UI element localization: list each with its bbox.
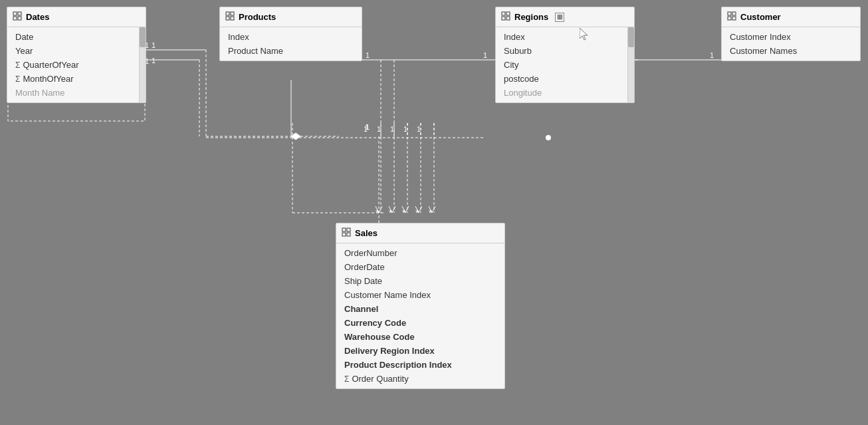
table-grid-icon xyxy=(342,227,351,239)
field-name: Index xyxy=(228,32,249,42)
svg-text:*: * xyxy=(402,208,406,218)
list-item[interactable]: OrderNumber xyxy=(336,246,504,260)
customer-header: Customer xyxy=(722,7,860,27)
svg-line-45 xyxy=(376,206,379,213)
svg-rect-76 xyxy=(347,233,350,236)
svg-text:1: 1 xyxy=(366,51,370,59)
field-name: Customer Name Index xyxy=(344,290,431,300)
field-name: postcode xyxy=(504,74,539,84)
svg-text:1: 1 xyxy=(365,123,369,131)
svg-text:1: 1 xyxy=(152,57,156,65)
field-name: Customer Names xyxy=(730,46,797,56)
svg-rect-68 xyxy=(506,17,510,20)
field-name: Channel xyxy=(344,304,378,314)
sales-table: Sales OrderNumber OrderDate Ship Date Cu… xyxy=(336,223,505,389)
field-name: QuarterOfYear xyxy=(23,60,78,70)
scrollbar-thumb xyxy=(140,27,146,47)
field-name: Index xyxy=(504,32,525,42)
svg-text:1: 1 xyxy=(417,125,421,133)
svg-rect-61 xyxy=(226,12,229,15)
svg-rect-70 xyxy=(732,12,736,15)
svg-text:1: 1 xyxy=(483,51,487,59)
scrollbar-thumb xyxy=(628,27,634,47)
regions-body: Index Suburb City postcode Longitude xyxy=(496,27,634,102)
list-item[interactable]: Currency Code xyxy=(336,316,504,330)
dates-title: Dates xyxy=(26,12,49,22)
field-name: Product Description Index xyxy=(344,360,452,370)
sigma-icon: Σ xyxy=(15,61,20,70)
customer-title: Customer xyxy=(740,12,781,22)
svg-line-52 xyxy=(419,206,422,213)
list-item[interactable]: Suburb xyxy=(496,44,634,58)
sales-title: Sales xyxy=(355,228,378,238)
field-name: Suburb xyxy=(504,46,532,56)
svg-line-50 xyxy=(405,206,409,213)
svg-line-49 xyxy=(402,206,405,213)
field-name: Date xyxy=(15,32,33,42)
products-header: Products xyxy=(220,7,362,27)
field-name: OrderNumber xyxy=(344,248,397,258)
list-item[interactable]: Index xyxy=(496,30,634,44)
field-name: Product Name xyxy=(228,46,283,56)
field-name: Customer Index xyxy=(730,32,791,42)
list-item[interactable]: Customer Names xyxy=(722,44,860,58)
diagram-canvas: 1 1 1 1 xyxy=(0,0,868,425)
products-title: Products xyxy=(239,12,276,22)
svg-text:1: 1 xyxy=(390,125,394,133)
list-item[interactable]: Delivery Region Index xyxy=(336,344,504,358)
dates-body: Date Year Σ QuarterOfYear Σ MonthOfYear … xyxy=(7,27,146,102)
svg-rect-72 xyxy=(732,17,736,20)
list-item[interactable]: Customer Index xyxy=(722,30,860,44)
expand-icon[interactable]: ⊞ xyxy=(555,13,564,22)
list-item[interactable]: Month Name xyxy=(7,86,146,100)
field-name: Longitude xyxy=(504,88,542,98)
list-item[interactable]: Σ Order Quantity xyxy=(336,372,504,386)
list-item[interactable]: OrderDate xyxy=(336,260,504,274)
sales-body: OrderNumber OrderDate Ship Date Customer… xyxy=(336,243,504,388)
table-grid-icon xyxy=(727,11,736,23)
list-item[interactable]: Date xyxy=(7,30,146,44)
field-name: MonthOfYear xyxy=(23,74,73,84)
svg-rect-57 xyxy=(13,12,17,15)
list-item[interactable]: Σ MonthOfYear xyxy=(7,72,146,86)
svg-text:*: * xyxy=(415,208,419,218)
svg-rect-75 xyxy=(342,233,346,236)
list-item[interactable]: Customer Name Index xyxy=(336,288,504,302)
field-name: Month Name xyxy=(15,88,64,98)
svg-text:*: * xyxy=(429,208,433,218)
svg-point-37 xyxy=(546,135,551,140)
svg-line-47 xyxy=(389,206,392,213)
svg-rect-58 xyxy=(18,12,21,15)
svg-line-51 xyxy=(415,206,419,213)
svg-text:1: 1 xyxy=(403,125,407,133)
list-item[interactable]: Ship Date xyxy=(336,274,504,288)
list-item[interactable]: Product Name xyxy=(220,44,362,58)
svg-rect-73 xyxy=(342,228,346,231)
svg-text:1: 1 xyxy=(364,125,368,133)
products-table: Products Index Product Name xyxy=(219,7,362,61)
table-grid-icon xyxy=(13,11,22,23)
list-item[interactable]: Channel xyxy=(336,302,504,316)
list-item[interactable]: Longitude xyxy=(496,86,634,100)
svg-line-54 xyxy=(432,206,435,213)
list-item[interactable]: postcode xyxy=(496,72,634,86)
svg-rect-63 xyxy=(226,17,229,20)
field-name: Delivery Region Index xyxy=(344,346,435,356)
list-item[interactable]: City xyxy=(496,58,634,72)
svg-line-46 xyxy=(379,206,382,213)
list-item[interactable]: Σ QuarterOfYear xyxy=(7,58,146,72)
list-item[interactable]: Year xyxy=(7,44,146,58)
dates-scrollbar[interactable] xyxy=(139,27,146,102)
list-item[interactable]: Product Description Index xyxy=(336,358,504,372)
svg-rect-66 xyxy=(506,12,510,15)
list-item[interactable]: Index xyxy=(220,30,362,44)
regions-scrollbar[interactable] xyxy=(627,27,634,102)
svg-text:1: 1 xyxy=(377,125,381,133)
regions-header: Regions ⊞ xyxy=(496,7,634,27)
svg-rect-59 xyxy=(13,17,17,20)
list-item[interactable]: Warehouse Code xyxy=(336,330,504,344)
products-body: Index Product Name xyxy=(220,27,362,61)
field-name: City xyxy=(504,60,518,70)
svg-rect-74 xyxy=(347,228,350,231)
sales-header: Sales xyxy=(336,223,504,243)
